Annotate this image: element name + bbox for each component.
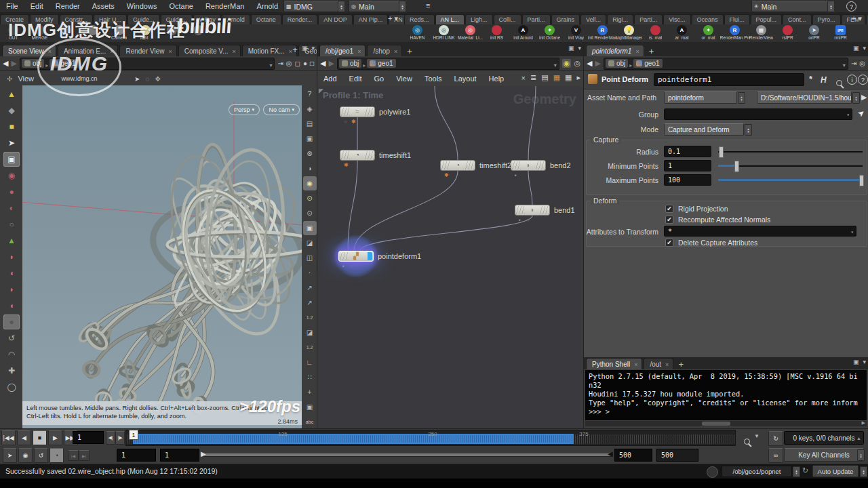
tab-out[interactable]: /out: [644, 358, 673, 369]
key-mode-combo[interactable]: Key All Channels: [784, 448, 864, 462]
tab-motion-fx[interactable]: Motion FX...: [242, 45, 297, 56]
pane-expand-icon[interactable]: ◤: [319, 87, 323, 94]
node-bend2[interactable]: ◗: [511, 160, 546, 171]
mode-combo[interactable]: Capture and Deform: [664, 123, 744, 136]
sphere-tool-icon[interactable]: ◆: [3, 103, 20, 118]
sculpt-tool-icon[interactable]: ◐: [3, 201, 20, 216]
tab-render-view[interactable]: Render View: [119, 45, 176, 56]
network-path-field[interactable]: obj geo1: [337, 58, 559, 70]
object-mode-icon[interactable]: ◻: [295, 60, 300, 67]
shelf-tab-visc[interactable]: Visc...: [663, 14, 690, 24]
path-root-chip[interactable]: obj: [339, 59, 361, 68]
shelf-tab-cont[interactable]: Cont...: [783, 14, 812, 24]
shelf-tab-oceans[interactable]: Oceans: [692, 14, 724, 24]
more-icon[interactable]: ▸: [576, 73, 580, 82]
shelf-tool-init-rs[interactable]: init RS: [484, 25, 510, 40]
normal-lights-icon[interactable]: ⊙: [303, 191, 317, 205]
attributes-dropdown-icon[interactable]: [850, 228, 854, 235]
orbit-tool-icon[interactable]: ↺: [3, 331, 20, 346]
global-start-field[interactable]: 1: [117, 449, 156, 462]
realtime-toggle-icon[interactable]: ◔: [50, 448, 64, 463]
range-end-field[interactable]: 500: [614, 449, 652, 462]
back-icon[interactable]: ◀: [320, 59, 326, 68]
shelf-tab-an-dop[interactable]: AN DOP: [318, 14, 353, 24]
shelf-tool-lightmanager[interactable]: 💡LightManager: [616, 25, 642, 40]
topo-tool-icon[interactable]: ○: [3, 217, 20, 232]
expand-arrow-icon[interactable]: ▶: [861, 93, 867, 102]
dome-tool-icon[interactable]: ◠: [3, 347, 20, 362]
maximize-pane-icon[interactable]: [302, 45, 308, 55]
draw-mode-icon[interactable]: ◪: [303, 236, 317, 250]
prev-key-button[interactable]: ◀|: [106, 431, 115, 445]
draw-mode2-icon[interactable]: ◫: [303, 251, 317, 265]
headlight-icon[interactable]: ◉: [303, 176, 317, 190]
range-left-handle[interactable]: ▶: [201, 450, 206, 458]
persp-selector[interactable]: Persp: [229, 104, 260, 115]
global-end-field[interactable]: 500: [656, 449, 698, 462]
close-tab-icon[interactable]: [169, 48, 172, 55]
menu-render[interactable]: Render: [50, 0, 86, 12]
keys-summary-combo[interactable]: 0 keys, 0/0 channels▲: [784, 431, 864, 445]
desktop-left-spinner-icon[interactable]: [338, 1, 345, 12]
keyframe-refresh-icon[interactable]: ↻: [768, 431, 783, 446]
snapshot-camera-icon[interactable]: ◉: [562, 59, 572, 68]
menu-windows[interactable]: Windows: [121, 0, 163, 12]
network-menu-view[interactable]: View: [390, 75, 418, 83]
display-options-icon[interactable]: □: [310, 60, 314, 67]
key-mode-spinner-icon[interactable]: [857, 449, 865, 461]
pin-pane-icon[interactable]: ⇥: [851, 60, 856, 67]
shelf-tab-reds[interactable]: Reds...: [404, 14, 435, 24]
prim-hulls-icon[interactable]: ◪: [303, 325, 317, 340]
audio-toggle-icon[interactable]: ◉: [18, 448, 33, 463]
asset-name-spinner-icon[interactable]: [738, 92, 745, 104]
shelf-tab-parti[interactable]: Parti...: [634, 14, 663, 24]
shelf-tool-rmipr[interactable]: IPRrmIPR: [827, 25, 854, 40]
path-dropdown-icon[interactable]: [843, 58, 846, 70]
search-dropdown-icon[interactable]: ▼: [754, 433, 760, 439]
close-tab-icon[interactable]: [635, 48, 639, 55]
shelf-tab-ligh[interactable]: Ligh...: [465, 14, 493, 24]
asset-path-combo[interactable]: D:/Software/HOUDIN~1.5/houdi...: [757, 92, 852, 104]
close-tab-icon[interactable]: [665, 361, 669, 368]
desktop-mid-spinner-icon[interactable]: [399, 1, 406, 12]
undo-loop-icon[interactable]: ↺: [34, 448, 48, 463]
node-timeshift1[interactable]: ◔: [340, 150, 375, 161]
new-tab-icon[interactable]: +: [292, 45, 298, 55]
shelf-tab-an-pip[interactable]: AN Pip...: [353, 14, 389, 24]
shelf-tool-init-vray[interactable]: Vinit Vray: [563, 25, 589, 40]
auto-key-icon[interactable]: ∞: [768, 448, 783, 463]
viewport[interactable]: Persp No cam Left mouse tumbles. Middle …: [22, 85, 302, 428]
maximize-pane-icon[interactable]: [853, 45, 859, 52]
box-tool-icon[interactable]: ■: [3, 119, 20, 134]
stop-button[interactable]: ■: [33, 430, 47, 445]
text-overlay-icon[interactable]: abc: [303, 415, 317, 429]
node-name-field[interactable]: pointdeform1: [654, 73, 804, 86]
view-menu-label[interactable]: View: [18, 75, 34, 83]
select-arrow-icon[interactable]: ➤: [856, 107, 867, 119]
ghost-objects-icon[interactable]: ◑: [303, 161, 317, 176]
shelf-tool-rs-mat[interactable]: rs_mat: [642, 25, 669, 40]
lock-handle-icon[interactable]: ▣: [3, 152, 20, 167]
network-menu-layout[interactable]: Layout: [448, 75, 483, 83]
scroll-right-icon[interactable]: ▶: [862, 420, 865, 426]
asset-path-spinner-icon[interactable]: [852, 92, 860, 104]
range-slider[interactable]: [203, 453, 612, 457]
tab-python-shell[interactable]: Python Shell: [586, 358, 642, 369]
scrollbar-thumb[interactable]: [702, 422, 730, 426]
recook-icon[interactable]: ↻: [802, 466, 808, 475]
memory-icon[interactable]: [707, 466, 718, 478]
wrench-icon[interactable]: ×: [521, 74, 526, 82]
shelf-left-add-icon[interactable]: + ▾: [388, 14, 398, 23]
menu-file[interactable]: File: [0, 0, 24, 12]
tab-pointdeform1[interactable]: pointdeform1: [586, 45, 644, 56]
shelf-tool-ar-mat[interactable]: Aar_mat: [669, 25, 695, 40]
help-icon[interactable]: ?: [846, 1, 856, 12]
desktop-selector-right[interactable]: ✳ Main: [751, 1, 831, 12]
menu-octane[interactable]: Octane: [163, 0, 199, 12]
menu-edit[interactable]: Edit: [24, 0, 50, 12]
translate-handle-icon[interactable]: ✥: [155, 75, 160, 83]
shelf-tool-or-mat[interactable]: ✦or_mat: [695, 25, 722, 40]
tab-obj-geo1[interactable]: /obj/geo1: [319, 45, 366, 56]
magnet-box-tool-icon[interactable]: ◗: [3, 249, 20, 264]
shelf-tab-parti[interactable]: Parti...: [522, 14, 551, 24]
